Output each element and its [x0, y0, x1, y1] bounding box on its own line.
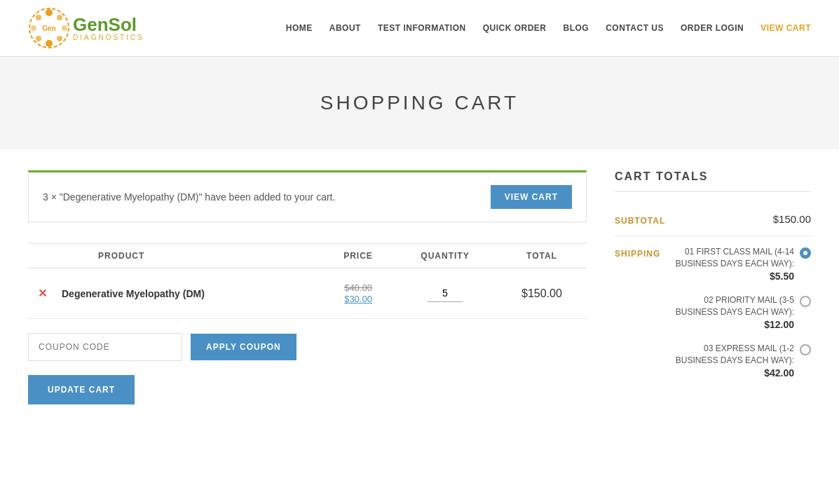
subtotal-row: SUBTOTAL $150.00 [615, 203, 811, 236]
svg-point-8 [36, 15, 41, 20]
logo-icon: Gen [28, 7, 70, 49]
shipping-label: SHIPPING [615, 246, 660, 259]
col-total: TOTAL [497, 244, 587, 268]
shipping-radio-1[interactable] [800, 247, 811, 259]
total-value: $150.00 [521, 287, 562, 299]
shipping-option-3: 03 EXPRESS MAIL (1-2 BUSINESS DAYS EACH … [660, 343, 811, 380]
col-price: PRICE [323, 244, 393, 268]
nav-about[interactable]: ABOUT [329, 23, 361, 33]
logo-diagnostics: Diagnostics [73, 34, 144, 41]
shipping-radio-2[interactable] [800, 296, 811, 307]
product-name-cell: Degenerative Myelopathy (DM) [56, 268, 323, 319]
nav-blog[interactable]: BLOG [564, 23, 589, 33]
nav: HOME ABOUT TEST INFORMATION QUICK ORDER … [286, 23, 811, 33]
price-original: $40.00 [329, 282, 388, 293]
col-product: PRODUCT [56, 244, 323, 268]
table-row: ✕ Degenerative Myelopathy (DM) $40.00 $3… [28, 268, 587, 319]
shipping-option-2-text: 02 PRIORITY MAIL (3-5 BUSINESS DAYS EACH… [660, 294, 794, 332]
page-title-section: SHOPPING CART [0, 57, 839, 149]
logo-area[interactable]: Gen GenSol Diagnostics [28, 7, 144, 49]
update-cart-button[interactable]: UPDATE CART [28, 375, 135, 404]
shipping-radio-3[interactable] [800, 344, 811, 355]
shipping-option-2-price: $12.00 [660, 318, 794, 332]
update-cart-row: UPDATE CART [28, 375, 587, 404]
quantity-input[interactable] [428, 285, 463, 302]
notice-product: Degenerative Myelopathy (DM) [63, 191, 199, 203]
product-name: Degenerative Myelopathy (DM) [62, 288, 205, 299]
nav-contact-us[interactable]: CONTACT US [606, 23, 664, 33]
shipping-option-1-text: 01 FIRST CLASS MAIL (4-14 BUSINESS DAYS … [660, 246, 794, 283]
remove-item-button[interactable]: ✕ [38, 287, 47, 299]
col-quantity: QUANTITY [393, 244, 497, 268]
svg-point-5 [46, 40, 53, 47]
content-area: 3 × "Degenerative Myelopathy (DM)" have … [0, 170, 839, 447]
totals-divider [615, 191, 811, 192]
shipping-option-1: 01 FIRST CLASS MAIL (4-14 BUSINESS DAYS … [660, 246, 811, 283]
price-cell: $40.00 $30.00 [323, 268, 393, 319]
apply-coupon-button[interactable]: APPLY COUPON [191, 334, 296, 360]
nav-view-cart[interactable]: VIEW CART [760, 23, 811, 33]
svg-point-1 [46, 9, 53, 16]
cart-section: 3 × "Degenerative Myelopathy (DM)" have … [28, 170, 587, 404]
header: Gen GenSol Diagnostics HOME ABOUT TEST I… [0, 0, 839, 57]
cart-table: PRODUCT PRICE QUANTITY TOTAL ✕ Degenerat… [28, 243, 587, 319]
svg-text:Gen: Gen [42, 25, 55, 32]
logo-name: GenSol [73, 15, 144, 34]
shipping-options: 01 FIRST CLASS MAIL (4-14 BUSINESS DAYS … [660, 246, 811, 392]
shipping-option-3-price: $42.00 [660, 367, 794, 381]
cart-totals: CART TOTALS SUBTOTAL $150.00 SHIPPING 01… [615, 170, 811, 404]
svg-point-2 [57, 15, 62, 20]
price-sale: $30.00 [344, 294, 372, 304]
subtotal-label: SUBTOTAL [615, 213, 665, 226]
svg-point-7 [31, 25, 36, 31]
nav-test-information[interactable]: TEST INFORMATION [378, 23, 466, 33]
notice-text: 3 × "Degenerative Myelopathy (DM)" have … [43, 191, 335, 203]
notice-message: have been added to your cart. [205, 191, 335, 203]
notice-quantity: 3 [43, 191, 48, 203]
quantity-cell [393, 268, 497, 319]
page-title: SHOPPING CART [14, 92, 825, 114]
svg-point-6 [36, 36, 41, 41]
svg-point-4 [57, 36, 62, 41]
cart-totals-title: CART TOTALS [615, 170, 811, 183]
notice-bar: 3 × "Degenerative Myelopathy (DM)" have … [28, 170, 587, 222]
coupon-row: APPLY COUPON [28, 333, 587, 361]
shipping-row: SHIPPING 01 FIRST CLASS MAIL (4-14 BUSIN… [615, 236, 811, 402]
shipping-option-1-price: $5.50 [660, 270, 794, 284]
logo-text: GenSol Diagnostics [73, 15, 144, 41]
shipping-option-2: 02 PRIORITY MAIL (3-5 BUSINESS DAYS EACH… [660, 294, 811, 332]
remove-cell: ✕ [28, 268, 56, 319]
subtotal-value: $150.00 [773, 213, 811, 225]
total-cell: $150.00 [497, 268, 587, 319]
shipping-option-3-text: 03 EXPRESS MAIL (1-2 BUSINESS DAYS EACH … [660, 343, 794, 380]
nav-home[interactable]: HOME [286, 23, 313, 33]
nav-quick-order[interactable]: QUICK ORDER [483, 23, 547, 33]
svg-point-3 [62, 25, 67, 31]
nav-order-login[interactable]: ORDER LOGIN [681, 23, 744, 33]
view-cart-button[interactable]: VIEW CART [491, 185, 572, 209]
coupon-input[interactable] [28, 333, 182, 361]
